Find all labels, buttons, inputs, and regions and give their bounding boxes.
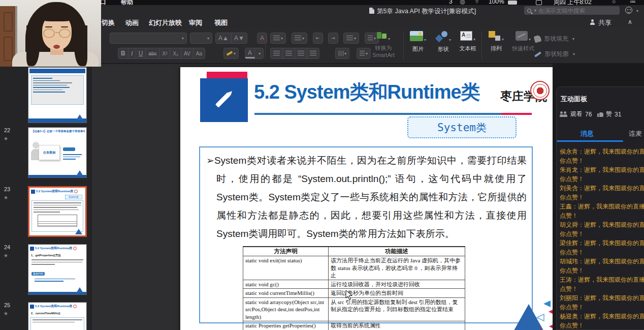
shape-fill-caret-icon: ▾ — [572, 37, 574, 41]
school-seal-logo — [530, 81, 550, 100]
tab-review[interactable]: 审阅 — [189, 18, 202, 27]
webcam-video[interactable] — [0, 0, 101, 67]
quick-styles-button[interactable]: ▾ 快速样式 — [509, 31, 537, 61]
share-person-icon — [589, 19, 596, 25]
thumbnail-row[interactable] — [0, 67, 91, 124]
insert-picture-button[interactable]: ▾ 图片 — [406, 31, 430, 61]
tab-slideshow[interactable]: 幻灯片放映 — [149, 18, 182, 27]
slide-body-textbox[interactable]: ➢System类对读者来说并不陌生，因为在之前所学知识中，需要打印结果时，使用的… — [199, 146, 533, 323]
strikethrough-button[interactable]: abc — [146, 48, 159, 58]
nav-outline-triangle-icon — [537, 314, 544, 321]
slide-thumbnail[interactable]: 5.2 System类和Runtime类 1、getProperties()方法… — [28, 244, 87, 295]
wifi-icon: ▿ — [475, 0, 478, 5]
feedback-smiley-icon[interactable] — [625, 7, 632, 14]
insert-shapes-button[interactable]: ▾ 形状 — [432, 31, 455, 61]
convert-smartart-button[interactable]: ▾ 转换为 SmartArt — [367, 31, 400, 61]
tab-messages[interactable]: 消息 — [581, 129, 594, 138]
font-color-caret-icon: ▾ — [256, 51, 263, 56]
arrange-button[interactable]: ▾ 排列 — [485, 31, 508, 61]
tab-animations[interactable]: 动画 — [125, 18, 139, 27]
table-row: static void currentTimeMillis()返回以毫秒为单位的… — [243, 289, 465, 298]
font-resize-group: A▲ A▼ — [215, 33, 247, 44]
align-justify-button[interactable] — [307, 48, 319, 58]
line-spacing-button[interactable]: ▾ — [343, 33, 359, 44]
thumbnail-row-selected[interactable]: 23 ★ 5.2 System类和Runtime类 System类 — [0, 186, 91, 243]
tab-voice-connect[interactable]: 连麦 — [629, 129, 642, 138]
interaction-panel: 互动面板 观看 76 赞 31 消息 连麦 侯永青：谢辉，我来围观你的直播啦，给… — [553, 64, 644, 330]
align-right-button[interactable] — [295, 48, 307, 58]
bold-button[interactable]: B — [118, 48, 128, 58]
tab-view[interactable]: 视图 — [214, 18, 228, 27]
bullets-button[interactable]: ▾ — [270, 33, 286, 44]
watch-label: 观看 — [570, 110, 583, 118]
align-center-button[interactable] — [283, 48, 295, 58]
char-spacing-button[interactable]: AV — [181, 48, 194, 58]
shrink-font-button[interactable]: A▼ — [232, 33, 247, 43]
slide-thumbnail[interactable]: 【任务5-1】记录一个字符串在整个字符串中出现的次数 任务案例 — [28, 127, 87, 178]
section-tag-box: System类 — [407, 116, 517, 138]
align-left-button[interactable] — [271, 48, 283, 58]
search-caret-icon: ▾ — [534, 8, 536, 13]
chat-message: 梁佳辉：谢辉，我来围观你的直播啦，给你点赞！ — [560, 238, 644, 257]
viewers-icon — [560, 111, 568, 117]
thumb-subtitle: 1、getProperties()方法 — [31, 254, 84, 257]
thumbnail-row[interactable]: 22 ★ 【任务5-1】记录一个字符串在整个字符串中出现的次数 任务案例 — [0, 127, 91, 184]
superscript-button[interactable]: X² — [159, 48, 170, 58]
chat-message: 杨迎奥：谢辉，我来围观你的直播啦，给你点赞！ — [560, 312, 644, 330]
smartart-label-1: 转换为 — [367, 44, 400, 52]
webcam-person-fringe — [40, 8, 74, 21]
document-icon — [369, 8, 374, 14]
italic-button[interactable]: I — [128, 48, 136, 58]
underline-button[interactable]: U — [136, 48, 146, 58]
thumb-title: 5.2 System类和Runtime类 — [36, 189, 73, 194]
input-source-icon — [536, 0, 542, 5]
font-color-button[interactable]: A — [245, 48, 255, 58]
font-size-select[interactable]: ▾ — [190, 33, 212, 44]
slide-thumbnail-current[interactable]: 5.2 System类和Runtime类 System类 — [28, 186, 87, 237]
outdent-button[interactable]: ⇤ — [313, 33, 323, 44]
insert-textbox-button[interactable]: ▾ 文本框 — [456, 31, 479, 61]
menu-help[interactable]: 帮助 — [121, 0, 133, 5]
textbox-icon — [460, 31, 472, 41]
shape-outline-button[interactable]: 形状轮廓 ▾ — [534, 50, 575, 58]
picture-label: 图片 — [406, 45, 430, 53]
thumb-tag: System类 — [65, 195, 82, 199]
highlight-button[interactable]: ▾ — [224, 48, 238, 58]
slide-number: 23 — [4, 186, 10, 192]
control-center-icon[interactable]: ≔ — [630, 0, 636, 5]
ribbon-separator — [265, 32, 266, 59]
search-input[interactable] — [538, 8, 609, 14]
grow-font-button[interactable]: A▲ — [216, 33, 232, 43]
indent-button[interactable]: ⇥ — [328, 33, 338, 44]
thumbnail-row[interactable]: 24 ★ 5.2 System类和Runtime类 1、getPropertie… — [0, 244, 91, 301]
quick-styles-icon — [516, 31, 528, 41]
picture-icon — [410, 31, 423, 41]
chat-message: 朱肖龙：谢辉，我来围观你的直播啦，给你点赞！ — [560, 165, 644, 184]
current-slide[interactable]: 5.2 System类和Runtime类 枣庄学院 System类 ➢Syste… — [180, 67, 556, 330]
search-box[interactable]: ▾ — [524, 6, 620, 15]
thumb-title: 5.2 System类和Runtime类 — [35, 304, 72, 309]
smartart-icon — [377, 31, 387, 40]
share-button[interactable]: 共享 — [598, 18, 611, 27]
slides-thumbnail-panel[interactable]: 22 ★ 【任务5-1】记录一个字符串在整个字符串中出现的次数 任务案例 — [0, 64, 91, 330]
collapse-ribbon-icon[interactable]: ∧ — [628, 18, 632, 25]
screen: 窗口 帮助 3 ◍ ▿ 100% 周四 上午8:02 ○ ≔ 第5章 Java … — [0, 0, 644, 330]
ribbon-separator — [481, 32, 482, 59]
highlight-group: ▾ — [223, 48, 239, 59]
tab-transitions[interactable]: 切换 — [102, 18, 115, 27]
subscript-button[interactable]: X₂ — [170, 48, 181, 58]
notification-count: 3 — [449, 0, 453, 5]
chat-message-list[interactable]: 侯永青：谢辉，我来围观你的直播啦，给你点赞！ 朱肖龙：谢辉，我来围观你的直播啦，… — [560, 147, 644, 330]
spotlight-icon[interactable]: ○ — [612, 0, 616, 5]
animation-star-icon: ★ — [4, 253, 8, 258]
shape-fill-button[interactable]: 形状填充 ▾ — [534, 35, 574, 43]
animation-star-icon: ★ — [4, 311, 8, 316]
font-name-select[interactable]: ▾ — [110, 33, 187, 44]
slide-thumbnail[interactable]: 5.2 System类和Runtime类 2、currentTimeMillis… — [28, 302, 87, 330]
thumbnail-row[interactable]: 25 ★ 5.2 System类和Runtime类 2、currentTimeM… — [0, 302, 91, 330]
slide-thumbnail[interactable] — [28, 67, 87, 123]
change-case-button[interactable]: Aa — [194, 48, 205, 58]
col-method: 方法声明 — [243, 247, 329, 256]
text-direction-button[interactable]: ▾ — [335, 48, 349, 59]
numbering-button[interactable]: ▾ — [292, 33, 307, 44]
